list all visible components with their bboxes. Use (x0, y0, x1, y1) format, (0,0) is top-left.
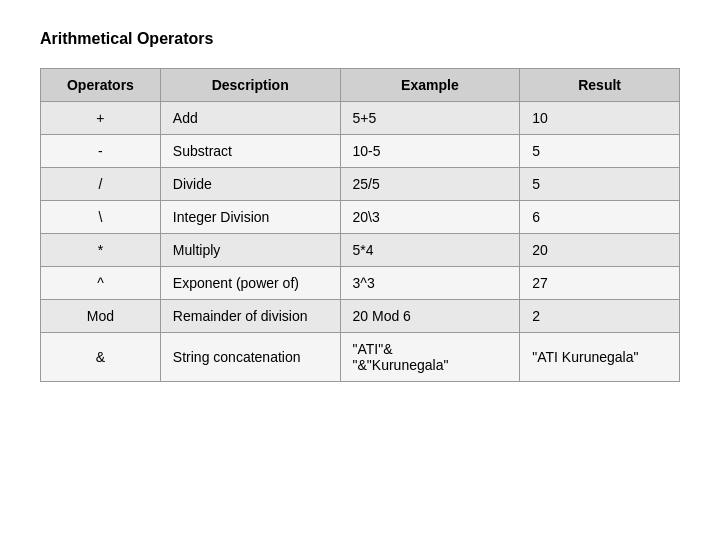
cell-example: "ATI"&"&"Kurunegala" (340, 333, 520, 382)
cell-example: 3^3 (340, 267, 520, 300)
header-operators: Operators (41, 69, 161, 102)
cell-example: 20 Mod 6 (340, 300, 520, 333)
table-row: +Add5+510 (41, 102, 680, 135)
cell-example: 10-5 (340, 135, 520, 168)
cell-description: Remainder of division (160, 300, 340, 333)
cell-description: Multiply (160, 234, 340, 267)
cell-example: 25/5 (340, 168, 520, 201)
header-result: Result (520, 69, 680, 102)
table-row: &String concatenation"ATI"&"&"Kurunegala… (41, 333, 680, 382)
cell-result: 6 (520, 201, 680, 234)
table-row: /Divide25/55 (41, 168, 680, 201)
cell-description: Add (160, 102, 340, 135)
cell-operator: / (41, 168, 161, 201)
table-header-row: Operators Description Example Result (41, 69, 680, 102)
page-container: Arithmetical Operators Operators Descrip… (0, 0, 720, 412)
cell-operator: \ (41, 201, 161, 234)
table-row: ModRemainder of division20 Mod 62 (41, 300, 680, 333)
cell-result: 20 (520, 234, 680, 267)
cell-operator: + (41, 102, 161, 135)
header-example: Example (340, 69, 520, 102)
cell-description: Exponent (power of) (160, 267, 340, 300)
cell-result: 27 (520, 267, 680, 300)
operators-table: Operators Description Example Result +Ad… (40, 68, 680, 382)
page-title: Arithmetical Operators (40, 30, 680, 48)
header-description: Description (160, 69, 340, 102)
cell-operator: & (41, 333, 161, 382)
cell-operator: - (41, 135, 161, 168)
cell-example: 5*4 (340, 234, 520, 267)
cell-result: 10 (520, 102, 680, 135)
cell-example: 5+5 (340, 102, 520, 135)
cell-example: 20\3 (340, 201, 520, 234)
cell-operator: Mod (41, 300, 161, 333)
cell-description: Integer Division (160, 201, 340, 234)
cell-result: "ATI Kurunegala" (520, 333, 680, 382)
cell-description: Divide (160, 168, 340, 201)
cell-description: Substract (160, 135, 340, 168)
table-row: ^Exponent (power of)3^327 (41, 267, 680, 300)
table-row: *Multiply5*420 (41, 234, 680, 267)
cell-operator: ^ (41, 267, 161, 300)
cell-result: 5 (520, 135, 680, 168)
cell-result: 2 (520, 300, 680, 333)
cell-result: 5 (520, 168, 680, 201)
cell-operator: * (41, 234, 161, 267)
table-row: -Substract10-55 (41, 135, 680, 168)
table-row: \Integer Division20\36 (41, 201, 680, 234)
cell-description: String concatenation (160, 333, 340, 382)
